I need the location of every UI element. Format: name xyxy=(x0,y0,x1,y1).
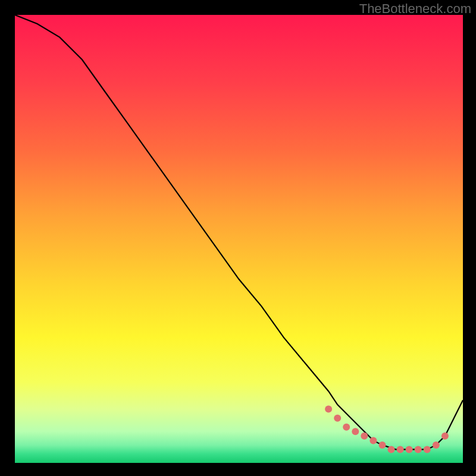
chart-container: TheBottleneck.com xyxy=(0,0,476,476)
gradient-background xyxy=(15,15,463,463)
svg-rect-0 xyxy=(15,15,463,463)
watermark-text: TheBottleneck.com xyxy=(359,1,471,17)
plot-area xyxy=(15,15,463,463)
